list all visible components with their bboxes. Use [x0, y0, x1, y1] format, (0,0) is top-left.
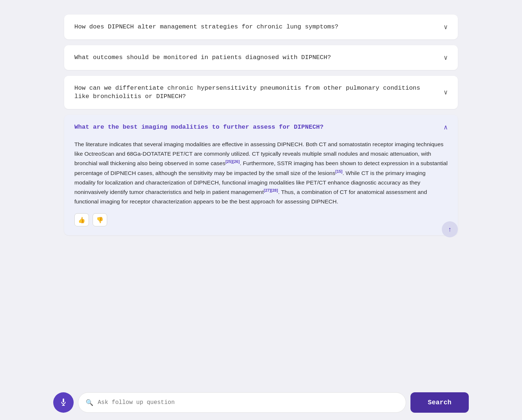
- bottom-bar: 🔍 Search: [0, 386, 522, 420]
- thumbs-down-button[interactable]: 👎: [93, 213, 107, 226]
- question-text-2: What outcomes should be monitored in pat…: [74, 53, 444, 62]
- bottom-bar-inner: 🔍 Search: [53, 392, 469, 413]
- mic-icon: [59, 398, 68, 407]
- accordion-header-2[interactable]: What outcomes should be monitored in pat…: [64, 45, 458, 70]
- search-icon: 🔍: [86, 399, 93, 407]
- thumbs-up-button[interactable]: 👍: [74, 213, 89, 226]
- question-text-4: What are the best imaging modalities to …: [74, 123, 444, 132]
- accordion-header-1[interactable]: How does DIPNECH alter management strate…: [64, 15, 458, 39]
- chevron-icon-1: ∨: [444, 23, 448, 31]
- mic-button[interactable]: [53, 392, 74, 413]
- app-container: How does DIPNECH alter management strate…: [53, 7, 469, 277]
- search-input[interactable]: [98, 399, 398, 406]
- scroll-top-button[interactable]: ↑: [442, 221, 458, 237]
- accordion-item-2: What outcomes should be monitored in pat…: [64, 45, 458, 70]
- search-input-wrapper: 🔍: [78, 392, 406, 413]
- question-text-3: How can we differentiate chronic hyperse…: [74, 84, 444, 101]
- accordion-header-4[interactable]: What are the best imaging modalities to …: [64, 115, 458, 140]
- accordion-header-3[interactable]: How can we differentiate chronic hyperse…: [64, 76, 458, 109]
- thumbs-up-icon: 👍: [78, 217, 85, 223]
- chevron-icon-4: ∧: [444, 123, 448, 131]
- chevron-icon-3: ∨: [444, 88, 448, 96]
- chevron-icon-2: ∨: [444, 54, 448, 62]
- citation-15[interactable]: [15]: [335, 169, 343, 174]
- thumbs-down-icon: 👎: [96, 217, 104, 223]
- search-button[interactable]: Search: [410, 392, 469, 413]
- question-text-1: How does DIPNECH alter management strate…: [74, 23, 444, 31]
- accordion-item-4: What are the best imaging modalities to …: [64, 115, 458, 235]
- feedback-row: 👍 👎: [74, 213, 448, 226]
- accordion-body-4: The literature indicates that several im…: [64, 140, 458, 235]
- accordion-item-3: How can we differentiate chronic hyperse…: [64, 76, 458, 109]
- accordion-item-1: How does DIPNECH alter management strate…: [64, 15, 458, 39]
- citation-25-26[interactable]: [25][26]: [225, 159, 239, 164]
- citation-27-28[interactable]: [27][28]: [264, 188, 278, 192]
- answer-text-4: The literature indicates that several im…: [74, 140, 448, 206]
- svg-rect-0: [63, 398, 64, 402]
- arrow-up-icon: ↑: [448, 226, 452, 233]
